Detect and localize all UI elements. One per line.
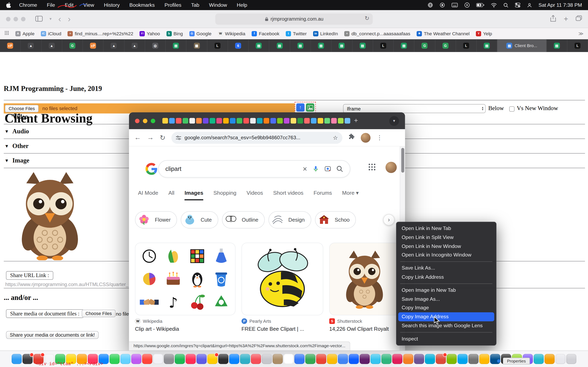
minimize-window-button[interactable] <box>143 118 147 123</box>
context-menu-item[interactable]: Inspect <box>396 334 496 343</box>
dock-app-icon[interactable] <box>22 354 33 364</box>
menu-item[interactable]: Window <box>209 2 227 8</box>
dock-app-icon[interactable] <box>121 354 131 364</box>
clear-search-icon[interactable]: × <box>303 165 307 173</box>
context-menu-item[interactable]: Open Link in New Tab <box>396 224 496 233</box>
chrome-tab[interactable] <box>230 118 236 124</box>
sidebar-icon[interactable] <box>35 15 43 23</box>
dock-app-icon[interactable] <box>468 354 479 364</box>
chip-school[interactable]: Schoo <box>315 211 356 228</box>
bookmarks-overflow-icon[interactable]: ≫ <box>579 31 584 36</box>
dock-app-icon[interactable] <box>381 354 392 364</box>
section-image[interactable]: ▼ Image <box>4 157 29 165</box>
dock-app-icon[interactable] <box>273 354 283 364</box>
chrome-tab[interactable] <box>216 118 222 124</box>
voice-search-icon[interactable] <box>312 166 319 172</box>
safari-tab[interactable]: ▤ <box>332 39 352 52</box>
tab-short-videos[interactable]: Short videos <box>273 190 303 200</box>
result-image-wikipedia[interactable]: ♪ <box>135 243 235 315</box>
forward-button[interactable]: → <box>147 134 154 142</box>
result-title[interactable]: 14,226 Owl Clipart Royalt <box>329 326 399 332</box>
safari-tab[interactable]: ▤ <box>311 39 332 52</box>
safari-tab[interactable]: ▤ <box>269 39 290 52</box>
dock-app-icon[interactable] <box>294 354 305 364</box>
bookmark-item[interactable]: ≡ find_minus....rep+%22s%22 <box>68 31 133 36</box>
google-logo[interactable] <box>146 163 158 176</box>
keyboard-icon[interactable] <box>451 3 458 8</box>
bookmark-item[interactable]: Y Yelp <box>476 31 492 36</box>
choose-files-button-2[interactable]: Choose Files <box>82 310 115 317</box>
safari-tab[interactable]: ▲ <box>124 39 145 52</box>
context-menu-item[interactable]: Open Link in Incognito Window <box>396 250 496 259</box>
spotlight-search-icon[interactable] <box>503 2 509 8</box>
search-icon[interactable] <box>337 166 343 172</box>
chrome-tab[interactable] <box>250 118 256 124</box>
bookmark-item[interactable]: in LinkedIn <box>313 31 338 36</box>
dock-app-icon[interactable] <box>349 354 359 364</box>
result-title[interactable]: Clip art - Wikipedia <box>135 326 233 332</box>
dock-app-icon[interactable] <box>327 354 337 364</box>
new-tab-icon[interactable]: + <box>564 15 568 23</box>
wifi-icon[interactable] <box>491 3 497 7</box>
chrome-tab[interactable] <box>345 118 350 124</box>
apple-menu-icon[interactable] <box>6 2 11 8</box>
properties-label[interactable]: Properties <box>503 358 530 364</box>
chrome-tab[interactable] <box>176 118 182 124</box>
battery-icon[interactable] <box>476 3 484 7</box>
share-url-link-button[interactable]: Share URL Link : <box>6 271 53 280</box>
profile-avatar[interactable] <box>385 162 397 173</box>
dock-app-icon[interactable] <box>284 354 294 364</box>
chrome-tab[interactable] <box>223 118 229 124</box>
context-menu-item[interactable]: Copy Image <box>396 303 496 312</box>
chips-scroll-right-icon[interactable]: › <box>383 214 394 225</box>
dock-app-icon[interactable] <box>218 354 228 364</box>
dock-app-icon[interactable] <box>392 354 402 364</box>
section-video[interactable]: ▼ Video <box>4 113 28 121</box>
chrome-tab[interactable] <box>237 118 242 124</box>
zoom-window-button[interactable] <box>151 118 155 123</box>
chrome-tab[interactable] <box>270 118 276 124</box>
context-menu-item[interactable]: Save Image As... <box>396 295 496 304</box>
control-center-icon[interactable] <box>515 3 521 8</box>
chrome-tab[interactable] <box>284 118 290 124</box>
safari-tab[interactable]: L <box>373 39 394 52</box>
tab-search-icon[interactable]: ▾ <box>389 116 399 125</box>
choose-files-button[interactable]: Choose Files <box>5 105 39 112</box>
dock-app-icon[interactable] <box>436 354 446 364</box>
back-button[interactable]: ‹ <box>58 15 61 23</box>
chrome-tab[interactable] <box>318 118 323 124</box>
dock-app-icon[interactable] <box>196 354 207 364</box>
dock-app-icon[interactable] <box>229 354 239 364</box>
tab-images[interactable]: Images <box>185 190 203 200</box>
profile-avatar[interactable] <box>361 133 371 142</box>
chrome-tab[interactable] <box>277 118 283 124</box>
emoji-drop-target[interactable]: ↑ <box>295 102 316 113</box>
dock-app-icon[interactable] <box>164 354 174 364</box>
play-icon[interactable] <box>464 2 470 8</box>
context-menu-item[interactable]: Search this image with Google Lens <box>396 321 496 330</box>
tab-more[interactable]: More ▾ <box>342 190 359 200</box>
context-menu-item[interactable]: Open Link in Split View <box>396 233 496 242</box>
section-other[interactable]: ▼ Other <box>4 142 29 150</box>
chip-flower[interactable]: Flower <box>135 211 177 228</box>
dock-app-icon[interactable] <box>305 354 315 364</box>
share-media-label[interactable]: Share media or document files : <box>6 309 84 318</box>
context-menu-item[interactable]: Open Link in New Window <box>396 242 496 251</box>
menu-item[interactable]: Edit <box>65 2 73 8</box>
reload-button[interactable]: ↻ <box>160 133 165 142</box>
dock-app-icon[interactable] <box>545 354 555 364</box>
safari-tab[interactable]: L <box>567 39 588 52</box>
chip-cute[interactable]: Cute <box>181 211 218 228</box>
vs-new-window-checkbox[interactable] <box>509 106 515 112</box>
bookmark-item[interactable]: G Google <box>189 31 212 36</box>
google-lens-icon[interactable] <box>324 166 331 172</box>
dock-app-icon[interactable] <box>240 354 250 364</box>
dock-app-icon[interactable] <box>262 354 272 364</box>
safari-tab[interactable]: ▲ <box>42 39 62 52</box>
bookmark-item[interactable]: f Facebook <box>252 31 279 36</box>
bookmarks-grid-icon[interactable] <box>4 31 9 36</box>
tabgroup-chevron-icon[interactable]: ▾ <box>49 17 52 21</box>
zoom-window-button[interactable] <box>21 17 26 21</box>
menu-bar-clock[interactable]: Sat Apr 11 7:38 PM <box>538 2 582 8</box>
safari-tab[interactable]: ▤ <box>290 39 311 52</box>
